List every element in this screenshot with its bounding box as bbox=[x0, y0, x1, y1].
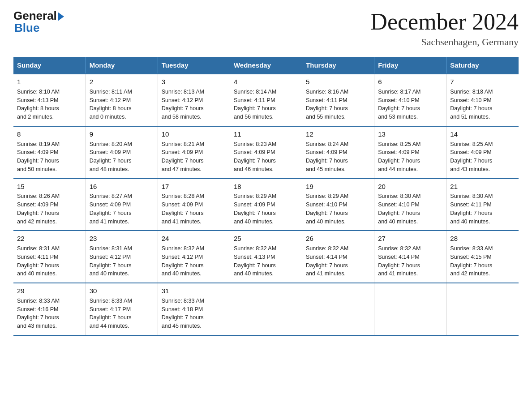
day-info: Sunrise: 8:25 AMSunset: 4:09 PMDaylight:… bbox=[378, 140, 442, 174]
page-header: General Blue December 2024 Sachsenhagen,… bbox=[13, 9, 519, 48]
day-info: Sunrise: 8:26 AMSunset: 4:09 PMDaylight:… bbox=[17, 192, 82, 226]
day-info: Sunrise: 8:30 AMSunset: 4:11 PMDaylight:… bbox=[450, 192, 515, 226]
day-number: 18 bbox=[234, 182, 298, 192]
calendar-week-row: 15Sunrise: 8:26 AMSunset: 4:09 PMDayligh… bbox=[13, 179, 519, 231]
month-year-title: December 2024 bbox=[370, 9, 519, 34]
calendar-cell: 23Sunrise: 8:31 AMSunset: 4:12 PMDayligh… bbox=[86, 231, 158, 283]
day-number: 7 bbox=[450, 77, 515, 87]
calendar-week-row: 29Sunrise: 8:33 AMSunset: 4:16 PMDayligh… bbox=[13, 283, 519, 335]
day-number: 14 bbox=[450, 129, 515, 139]
day-number: 9 bbox=[90, 129, 154, 139]
calendar-table: Sunday Monday Tuesday Wednesday Thursday… bbox=[13, 57, 519, 336]
day-info: Sunrise: 8:18 AMSunset: 4:10 PMDaylight:… bbox=[450, 88, 515, 121]
calendar-cell: 2Sunrise: 8:11 AMSunset: 4:12 PMDaylight… bbox=[86, 74, 158, 126]
calendar-cell: 1Sunrise: 8:10 AMSunset: 4:13 PMDaylight… bbox=[13, 74, 86, 126]
calendar-cell: 30Sunrise: 8:33 AMSunset: 4:17 PMDayligh… bbox=[86, 283, 158, 335]
day-number: 23 bbox=[90, 234, 154, 244]
day-number: 4 bbox=[234, 77, 298, 87]
col-monday: Monday bbox=[86, 57, 158, 74]
logo-arrow-icon bbox=[58, 12, 64, 21]
day-info: Sunrise: 8:27 AMSunset: 4:09 PMDaylight:… bbox=[90, 192, 154, 226]
col-sunday: Sunday bbox=[13, 57, 86, 74]
logo: General Blue bbox=[13, 9, 64, 35]
calendar-cell: 18Sunrise: 8:29 AMSunset: 4:09 PMDayligh… bbox=[230, 179, 302, 231]
day-number: 29 bbox=[17, 286, 82, 296]
calendar-cell: 14Sunrise: 8:25 AMSunset: 4:09 PMDayligh… bbox=[446, 126, 519, 179]
calendar-cell: 9Sunrise: 8:20 AMSunset: 4:09 PMDaylight… bbox=[86, 126, 158, 179]
day-number: 22 bbox=[17, 234, 82, 244]
calendar-cell: 22Sunrise: 8:31 AMSunset: 4:11 PMDayligh… bbox=[13, 231, 86, 283]
header-row: Sunday Monday Tuesday Wednesday Thursday… bbox=[13, 57, 519, 74]
calendar-cell: 10Sunrise: 8:21 AMSunset: 4:09 PMDayligh… bbox=[158, 126, 230, 179]
day-info: Sunrise: 8:31 AMSunset: 4:12 PMDaylight:… bbox=[90, 244, 154, 278]
col-saturday: Saturday bbox=[446, 57, 519, 74]
calendar-cell: 7Sunrise: 8:18 AMSunset: 4:10 PMDaylight… bbox=[446, 74, 519, 126]
calendar-cell: 28Sunrise: 8:33 AMSunset: 4:15 PMDayligh… bbox=[446, 231, 519, 283]
day-number: 27 bbox=[378, 234, 442, 244]
calendar-cell bbox=[302, 283, 374, 335]
calendar-cell: 8Sunrise: 8:19 AMSunset: 4:09 PMDaylight… bbox=[13, 126, 86, 179]
calendar-cell: 16Sunrise: 8:27 AMSunset: 4:09 PMDayligh… bbox=[86, 179, 158, 231]
day-number: 24 bbox=[162, 234, 226, 244]
day-info: Sunrise: 8:19 AMSunset: 4:09 PMDaylight:… bbox=[17, 140, 82, 174]
calendar-header: Sunday Monday Tuesday Wednesday Thursday… bbox=[13, 57, 519, 74]
calendar-cell: 24Sunrise: 8:32 AMSunset: 4:12 PMDayligh… bbox=[158, 231, 230, 283]
col-friday: Friday bbox=[374, 57, 446, 74]
calendar-cell: 21Sunrise: 8:30 AMSunset: 4:11 PMDayligh… bbox=[446, 179, 519, 231]
title-block: December 2024 Sachsenhagen, Germany bbox=[370, 9, 519, 48]
day-info: Sunrise: 8:30 AMSunset: 4:10 PMDaylight:… bbox=[378, 192, 442, 226]
day-info: Sunrise: 8:33 AMSunset: 4:16 PMDaylight:… bbox=[17, 297, 82, 330]
calendar-cell: 6Sunrise: 8:17 AMSunset: 4:10 PMDaylight… bbox=[374, 74, 446, 126]
day-info: Sunrise: 8:32 AMSunset: 4:13 PMDaylight:… bbox=[234, 244, 298, 278]
day-number: 26 bbox=[306, 234, 370, 244]
day-info: Sunrise: 8:32 AMSunset: 4:14 PMDaylight:… bbox=[306, 244, 370, 278]
day-number: 10 bbox=[162, 129, 226, 139]
day-number: 5 bbox=[306, 77, 370, 87]
day-info: Sunrise: 8:11 AMSunset: 4:12 PMDaylight:… bbox=[90, 88, 154, 121]
day-info: Sunrise: 8:14 AMSunset: 4:11 PMDaylight:… bbox=[234, 88, 298, 121]
day-info: Sunrise: 8:32 AMSunset: 4:12 PMDaylight:… bbox=[162, 244, 226, 278]
calendar-cell bbox=[374, 283, 446, 335]
day-number: 16 bbox=[90, 182, 154, 192]
day-number: 15 bbox=[17, 182, 82, 192]
day-number: 8 bbox=[17, 129, 82, 139]
day-number: 19 bbox=[306, 182, 370, 192]
day-info: Sunrise: 8:25 AMSunset: 4:09 PMDaylight:… bbox=[450, 140, 515, 174]
calendar-week-row: 1Sunrise: 8:10 AMSunset: 4:13 PMDaylight… bbox=[13, 74, 519, 126]
day-info: Sunrise: 8:21 AMSunset: 4:09 PMDaylight:… bbox=[162, 140, 226, 174]
calendar-cell: 31Sunrise: 8:33 AMSunset: 4:18 PMDayligh… bbox=[158, 283, 230, 335]
calendar-cell: 4Sunrise: 8:14 AMSunset: 4:11 PMDaylight… bbox=[230, 74, 302, 126]
day-number: 6 bbox=[378, 77, 442, 87]
col-thursday: Thursday bbox=[302, 57, 374, 74]
day-number: 20 bbox=[378, 182, 442, 192]
day-number: 1 bbox=[17, 77, 82, 87]
day-info: Sunrise: 8:17 AMSunset: 4:10 PMDaylight:… bbox=[378, 88, 442, 121]
day-info: Sunrise: 8:28 AMSunset: 4:09 PMDaylight:… bbox=[162, 192, 226, 226]
day-info: Sunrise: 8:33 AMSunset: 4:17 PMDaylight:… bbox=[90, 297, 154, 330]
calendar-cell: 19Sunrise: 8:29 AMSunset: 4:10 PMDayligh… bbox=[302, 179, 374, 231]
day-info: Sunrise: 8:33 AMSunset: 4:15 PMDaylight:… bbox=[450, 244, 515, 278]
calendar-cell bbox=[446, 283, 519, 335]
calendar-cell bbox=[230, 283, 302, 335]
calendar-cell: 27Sunrise: 8:32 AMSunset: 4:14 PMDayligh… bbox=[374, 231, 446, 283]
day-number: 13 bbox=[378, 129, 442, 139]
day-number: 3 bbox=[162, 77, 226, 87]
calendar-cell: 20Sunrise: 8:30 AMSunset: 4:10 PMDayligh… bbox=[374, 179, 446, 231]
calendar-cell: 25Sunrise: 8:32 AMSunset: 4:13 PMDayligh… bbox=[230, 231, 302, 283]
day-number: 2 bbox=[90, 77, 154, 87]
calendar-cell: 15Sunrise: 8:26 AMSunset: 4:09 PMDayligh… bbox=[13, 179, 86, 231]
day-number: 28 bbox=[450, 234, 515, 244]
calendar-week-row: 8Sunrise: 8:19 AMSunset: 4:09 PMDaylight… bbox=[13, 126, 519, 179]
day-info: Sunrise: 8:16 AMSunset: 4:11 PMDaylight:… bbox=[306, 88, 370, 121]
logo-blue-text: Blue bbox=[14, 21, 39, 35]
day-info: Sunrise: 8:31 AMSunset: 4:11 PMDaylight:… bbox=[17, 244, 82, 278]
day-number: 17 bbox=[162, 182, 226, 192]
day-info: Sunrise: 8:29 AMSunset: 4:09 PMDaylight:… bbox=[234, 192, 298, 226]
day-number: 30 bbox=[90, 286, 154, 296]
day-info: Sunrise: 8:33 AMSunset: 4:18 PMDaylight:… bbox=[162, 297, 226, 330]
calendar-cell: 13Sunrise: 8:25 AMSunset: 4:09 PMDayligh… bbox=[374, 126, 446, 179]
day-info: Sunrise: 8:24 AMSunset: 4:09 PMDaylight:… bbox=[306, 140, 370, 174]
day-info: Sunrise: 8:13 AMSunset: 4:12 PMDaylight:… bbox=[162, 88, 226, 121]
day-number: 12 bbox=[306, 129, 370, 139]
day-number: 25 bbox=[234, 234, 298, 244]
